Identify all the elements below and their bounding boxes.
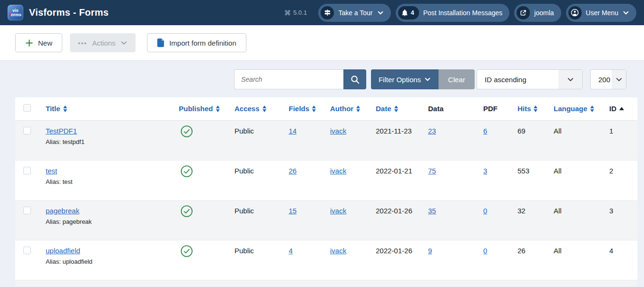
published-check-icon[interactable]	[180, 251, 193, 259]
pdf-count-link[interactable]: 0	[483, 207, 487, 215]
form-title-link[interactable]: TestPDF1	[46, 127, 77, 135]
sort-by-language[interactable]: Language	[554, 105, 594, 113]
sort-by-date[interactable]: Date	[376, 105, 398, 113]
select-all-checkbox[interactable]	[23, 104, 31, 112]
sort-icon	[534, 105, 537, 112]
sort-icon	[63, 105, 67, 112]
date-cell: 2022-01-26	[369, 240, 419, 280]
new-button-label: New	[38, 39, 52, 47]
fields-count-link[interactable]: 26	[289, 167, 297, 175]
top-navbar: vis forms Visforms - Forms ⌘ 5.0.1 Take …	[0, 0, 644, 25]
row-checkbox[interactable]	[23, 207, 31, 214]
form-title-link[interactable]: uploadfield	[46, 247, 80, 255]
date-cell: 2022-01-26	[369, 200, 419, 240]
form-alias: Alias: pagebreak	[46, 218, 176, 225]
data-count-link[interactable]: 23	[428, 127, 436, 135]
fields-count-link[interactable]: 14	[289, 127, 297, 135]
visforms-logo: vis forms	[8, 5, 23, 20]
table-row: test Alias: test Public 26 ivack 2022-01…	[15, 160, 637, 200]
form-alias: Alias: uploadfield	[46, 258, 176, 265]
sort-by-title[interactable]: Title	[46, 105, 67, 113]
plus-icon	[25, 39, 33, 47]
user-menu-button[interactable]: User Menu	[566, 4, 636, 22]
list-limit-select[interactable]: 200	[590, 69, 626, 89]
form-title-link[interactable]: pagebreak	[46, 207, 79, 215]
chevron-down-icon	[377, 10, 384, 16]
hits-cell: 69	[507, 120, 542, 160]
row-checkbox[interactable]	[23, 127, 31, 134]
file-icon	[157, 38, 165, 47]
data-count-link[interactable]: 75	[428, 167, 436, 175]
author-link[interactable]: ivack	[330, 167, 346, 175]
hits-cell: 553	[507, 160, 542, 200]
date-cell: 2021-11-23	[369, 120, 419, 160]
user-menu-label: User Menu	[586, 9, 618, 17]
data-count-link[interactable]: 35	[428, 207, 436, 215]
sort-by-author[interactable]: Author	[330, 105, 360, 113]
fields-count-link[interactable]: 4	[289, 247, 293, 255]
form-alias: Alias: testpdf1	[46, 138, 176, 145]
published-check-icon[interactable]	[180, 171, 193, 179]
new-button[interactable]: New	[15, 33, 62, 52]
search-group	[234, 69, 366, 89]
pdf-count-link[interactable]: 3	[483, 167, 487, 175]
filter-options-label: Filter Options	[379, 76, 421, 84]
table-row: uploadfield Alias: uploadfield Public 4 …	[15, 240, 637, 280]
sort-by-hits[interactable]: Hits	[517, 105, 537, 113]
sort-by-id-active[interactable]: ID	[609, 105, 624, 113]
table-row: TestPDF1 Alias: testpdf1 Public 14 ivack…	[15, 120, 637, 160]
access-cell: Public	[224, 160, 278, 200]
language-cell: All	[542, 240, 597, 280]
author-link[interactable]: ivack	[330, 127, 346, 135]
messages-label: Post Installation Messages	[423, 9, 503, 17]
logo-text-bottom: forms	[10, 13, 21, 17]
hits-cell: 32	[507, 200, 542, 240]
actions-button[interactable]: ••• Actions	[70, 33, 136, 52]
clear-button[interactable]: Clear	[439, 69, 475, 89]
author-link[interactable]: ivack	[330, 247, 346, 255]
search-input[interactable]	[234, 69, 343, 89]
chevron-down-icon	[623, 10, 629, 16]
published-check-icon[interactable]	[180, 131, 193, 139]
import-form-definition-button[interactable]: Import form definition	[147, 33, 246, 52]
sort-by-published[interactable]: Published	[179, 105, 220, 113]
take-a-tour-label: Take a Tour	[338, 9, 372, 17]
pdf-column-header: PDF	[483, 105, 498, 113]
id-cell: 2	[597, 160, 637, 200]
sort-icon	[216, 105, 220, 112]
sort-icon	[356, 105, 360, 112]
language-cell: All	[542, 200, 597, 240]
id-cell: 1	[597, 120, 637, 160]
post-installation-messages-button[interactable]: 4 Post Installation Messages	[396, 4, 510, 22]
form-title-link[interactable]: test	[46, 167, 57, 175]
forms-table: Title Published Access Fields Author Dat…	[15, 97, 637, 280]
row-checkbox[interactable]	[23, 247, 31, 254]
sort-by-fields[interactable]: Fields	[289, 105, 316, 113]
pdf-count-link[interactable]: 6	[483, 127, 487, 135]
sort-order-value: ID ascending	[477, 70, 558, 89]
sort-by-access[interactable]: Access	[234, 105, 266, 113]
next-row-edge	[15, 280, 637, 286]
pdf-count-link[interactable]: 0	[483, 247, 487, 255]
fields-count-link[interactable]: 15	[289, 207, 297, 215]
access-cell: Public	[224, 120, 278, 160]
chevron-down-icon	[120, 39, 127, 47]
access-cell: Public	[224, 240, 278, 280]
joomla-version: ⌘ 5.0.1	[284, 9, 307, 17]
notification-badge: 4	[398, 6, 419, 19]
sort-icon	[590, 105, 594, 112]
data-column-header: Data	[428, 105, 444, 113]
joomla-site-link[interactable]: joomla	[514, 4, 561, 22]
form-alias: Alias: test	[46, 178, 176, 185]
data-count-link[interactable]: 9	[428, 247, 432, 255]
version-number: 5.0.1	[293, 9, 307, 16]
take-a-tour-button[interactable]: Take a Tour	[318, 4, 390, 22]
published-check-icon[interactable]	[180, 211, 193, 219]
filter-options-button[interactable]: Filter Options	[371, 69, 439, 89]
author-link[interactable]: ivack	[330, 207, 346, 215]
sort-order-select[interactable]: ID ascending	[477, 69, 583, 89]
access-cell: Public	[224, 200, 278, 240]
filter-bar: Filter Options Clear ID ascending 200	[234, 69, 644, 89]
row-checkbox[interactable]	[23, 167, 31, 174]
search-button[interactable]	[343, 69, 366, 89]
